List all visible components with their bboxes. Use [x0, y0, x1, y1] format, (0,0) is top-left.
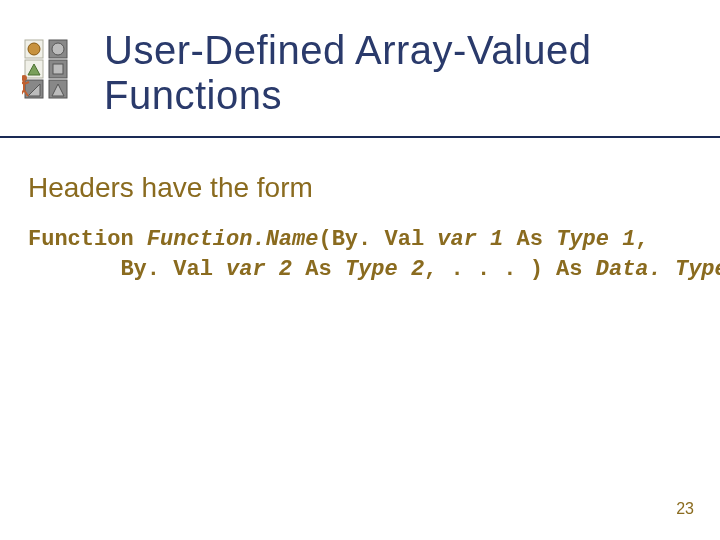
byval-2: By. Val [120, 257, 226, 282]
slide-logo [0, 28, 78, 100]
comma-1: , [635, 227, 648, 252]
var-2: var 2 [226, 257, 292, 282]
open-paren: ( [318, 227, 331, 252]
kw-function: Function [28, 227, 134, 252]
data-type: Data. Type [596, 257, 720, 282]
type-1: Type 1 [556, 227, 635, 252]
as-1: As [503, 227, 556, 252]
indent [28, 257, 120, 282]
function-name: Function.Name [147, 227, 319, 252]
title-divider [0, 136, 720, 138]
slide-title: User-Defined Array-Valued Functions [78, 28, 592, 118]
svg-point-3 [52, 43, 64, 55]
blocks-icon [22, 38, 72, 100]
intro-text: Headers have the form [28, 172, 313, 204]
as-2: As [292, 257, 345, 282]
svg-rect-7 [53, 64, 63, 74]
byval-1: By. Val [332, 227, 438, 252]
ellipsis: , . . . ) As [424, 257, 596, 282]
title-line-1: User-Defined Array-Valued [104, 28, 592, 72]
slide: User-Defined Array-Valued Functions Head… [0, 0, 720, 540]
var-1: var 1 [437, 227, 503, 252]
title-line-2: Functions [104, 73, 282, 117]
type-2: Type 2 [345, 257, 424, 282]
svg-point-1 [28, 43, 40, 55]
title-row: User-Defined Array-Valued Functions [0, 28, 720, 118]
code-block: Function Function.Name(By. Val var 1 As … [28, 225, 720, 284]
page-number: 23 [676, 500, 694, 518]
